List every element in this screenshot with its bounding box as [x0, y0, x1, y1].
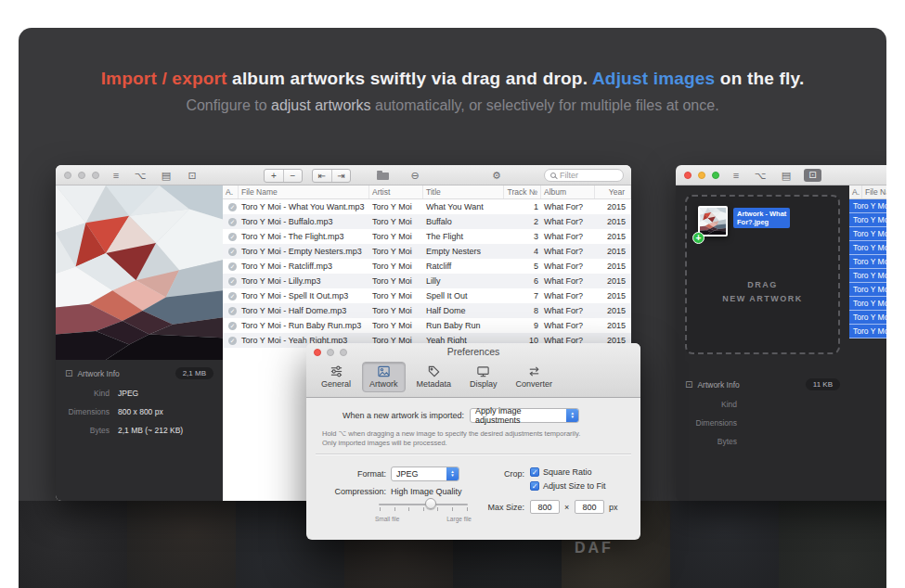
metadata-panel-icon[interactable]: ▤	[778, 165, 795, 185]
gear-icon[interactable]: ⚙	[488, 165, 505, 185]
right-window-body: DRAG NEW ARTWORK + Artwork - What For?.j…	[676, 185, 886, 501]
crop-option-square[interactable]: ✓ Square Ratio	[530, 467, 592, 477]
size-badge: 2,1 MB	[175, 367, 213, 379]
table-row[interactable]: ✓ Toro Y Moi - Empty Nesters.mp3 Toro Y …	[223, 244, 631, 259]
col-file-name[interactable]: File Name	[862, 185, 886, 198]
table-row[interactable]: ✓ Toro Y Moi - Spell It Out.mp3 Toro Y M…	[223, 288, 631, 303]
selected-file-row[interactable]: Toro Y Moi - Empty Nesters.mp3	[849, 241, 886, 255]
filter-field[interactable]: Filter	[544, 169, 624, 182]
drag-drop-app-window: ≡ ⌥ ▤ ⊡ DRAG NEW ARTWORK +	[676, 165, 886, 501]
add-copy-badge: +	[692, 232, 705, 244]
col-year[interactable]: Year	[595, 185, 631, 198]
artwork-panel-icon-selected[interactable]: ⊡	[804, 169, 821, 182]
tab-artwork[interactable]: Artwork	[362, 362, 406, 392]
col-title[interactable]: Title	[423, 185, 504, 198]
artwork-drop-column: DRAG NEW ARTWORK + Artwork - What For?.j…	[676, 185, 849, 501]
rename-actions-icon[interactable]: ⌥	[132, 165, 149, 185]
table-row[interactable]: ✓ Toro Y Moi - Buffalo.mp3 Toro Y Moi Bu…	[223, 214, 631, 229]
metadata-panel-icon[interactable]: ▤	[158, 165, 175, 185]
redo-button[interactable]: ⇥	[331, 170, 350, 182]
search-icon	[550, 173, 556, 178]
minimize-button[interactable]	[78, 172, 85, 179]
zoom-button[interactable]	[712, 172, 719, 179]
max-height-field[interactable]: 800	[575, 500, 604, 514]
artwork-preview[interactable]	[56, 185, 223, 360]
tab-display[interactable]: Display	[462, 362, 505, 392]
list-view-icon[interactable]: ≡	[108, 165, 124, 185]
slider-labels: Small file Large file	[375, 516, 472, 522]
col-track[interactable]: Track №	[504, 185, 541, 198]
monitor-icon	[476, 364, 490, 378]
close-button[interactable]	[314, 349, 321, 356]
col-album[interactable]: Album	[541, 185, 595, 198]
artwork-drop-zone[interactable]: DRAG NEW ARTWORK + Artwork - What For?.j…	[685, 195, 840, 354]
tab-converter[interactable]: Converter	[509, 362, 561, 392]
tag-icon	[427, 364, 441, 378]
size-badge: 11 KB	[806, 378, 840, 390]
headline-accent-red: Import / export	[101, 69, 227, 88]
table-row[interactable]: ✓ Toro Y Moi - Lilly.mp3 Toro Y Moi Lill…	[223, 274, 631, 288]
col-a[interactable]: A.	[223, 185, 239, 198]
saved-check-icon: ✓	[228, 248, 237, 256]
selected-file-row[interactable]: Toro Y Moi - Yeah Right.mp3	[849, 325, 886, 339]
selected-files-table: A. File Name Toro Y Moi - What You Want.…	[849, 185, 886, 501]
selected-file-row[interactable]: Toro Y Moi - Spell It Out.mp3	[849, 283, 886, 297]
imported-popup[interactable]: Apply image adjustments ▲▼	[470, 408, 579, 423]
compression-value: High Image Quality	[391, 487, 462, 496]
artwork-info-title: Artwork Info	[77, 369, 119, 378]
traffic-lights	[314, 349, 347, 356]
table-row[interactable]: ✓ Toro Y Moi - What You Want.mp3 Toro Y …	[223, 199, 631, 214]
close-button[interactable]	[684, 172, 692, 179]
tab-metadata[interactable]: Metadata	[409, 362, 459, 392]
dragged-artwork-thumbnail[interactable]	[698, 206, 728, 236]
eject-icon[interactable]: ⊖	[407, 165, 423, 185]
selected-file-row[interactable]: Toro Y Moi - Half Dome.mp3	[849, 297, 886, 311]
checkbox-checked[interactable]: ✓	[530, 481, 539, 491]
selected-file-row[interactable]: Toro Y Moi - What You Want.mp3	[849, 199, 886, 213]
saved-check-icon: ✓	[228, 203, 237, 211]
col-file-name[interactable]: File Name	[239, 185, 369, 198]
table-row[interactable]: ✓ Toro Y Moi - The Flight.mp3 Toro Y Moi…	[223, 229, 631, 244]
selected-file-row[interactable]: Toro Y Moi - Buffalo.mp3	[849, 213, 886, 227]
format-label: Format:	[306, 469, 386, 479]
table-row[interactable]: ✓ Toro Y Moi - Ratcliff.mp3 Toro Y Moi R…	[223, 259, 631, 274]
rename-actions-icon[interactable]: ⌥	[752, 165, 769, 185]
panel-icon: ⊡	[65, 369, 72, 378]
artwork-panel-icon[interactable]: ⊡	[184, 165, 200, 185]
artwork-info-row: Dimensions 800 x 800 px	[65, 407, 213, 416]
selected-file-row[interactable]: Toro Y Moi - Ratcliff.mp3	[849, 255, 886, 269]
saved-check-icon: ✓	[228, 307, 237, 315]
artwork-sidebar: ⊡ Artwork Info 2,1 MB Kind JPEG Dimensio…	[56, 185, 223, 501]
filter-placeholder: Filter	[560, 170, 578, 181]
zoom-button[interactable]	[92, 172, 99, 179]
saved-check-icon: ✓	[228, 277, 237, 286]
slider-knob[interactable]	[425, 498, 436, 509]
add-files-button[interactable]: +	[265, 170, 283, 182]
folder-icon[interactable]	[377, 173, 389, 180]
selected-file-row[interactable]: Toro Y Moi - Run Baby Run.mp3	[849, 311, 886, 325]
remove-files-button[interactable]: −	[283, 170, 302, 182]
times-sign: ×	[564, 503, 569, 512]
col-a[interactable]: A.	[849, 185, 862, 198]
close-button[interactable]	[64, 172, 71, 179]
col-artist[interactable]: Artist	[369, 185, 423, 198]
minimize-button[interactable]	[327, 349, 334, 356]
undo-button[interactable]: ⇤	[313, 170, 331, 182]
minimize-button[interactable]	[698, 172, 705, 179]
selected-file-row[interactable]: Toro Y Moi - The Flight.mp3	[849, 227, 886, 241]
zoom-button[interactable]	[340, 349, 347, 356]
crop-option-fit[interactable]: ✓ Adjust Size to Fit	[530, 481, 606, 491]
px-unit: px	[609, 503, 618, 512]
saved-check-icon: ✓	[228, 262, 237, 271]
list-view-icon[interactable]: ≡	[728, 165, 744, 185]
checkbox-checked[interactable]: ✓	[530, 467, 539, 477]
max-width-field[interactable]: 800	[530, 500, 560, 514]
selected-file-row[interactable]: Toro Y Moi - Lilly.mp3	[849, 269, 886, 283]
table-row[interactable]: ✓ Toro Y Moi - Run Baby Run.mp3 Toro Y M…	[223, 318, 631, 333]
panel-icon: ⊡	[685, 380, 692, 390]
add-remove-segment: + −	[264, 169, 303, 183]
table-row[interactable]: ✓ Toro Y Moi - Half Dome.mp3 Toro Y Moi …	[223, 303, 631, 318]
help-text: Hold ⌥ when dragging a new image to spec…	[322, 429, 627, 448]
subheadline: Configure to adjust artworks automatical…	[19, 97, 886, 114]
tab-general[interactable]: General	[314, 362, 358, 392]
